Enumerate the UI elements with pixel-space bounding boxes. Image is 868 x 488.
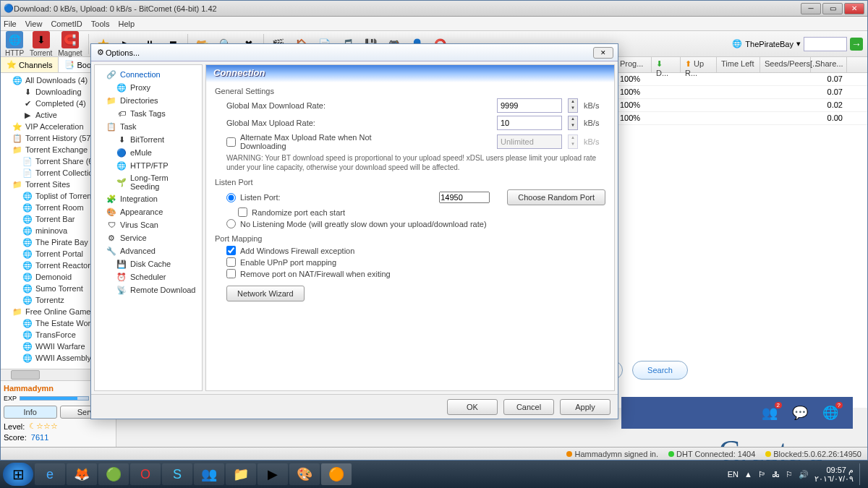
tree-icon: 🌐: [22, 237, 33, 247]
col-progress[interactable]: Prog...: [616, 57, 652, 72]
options-tree-item[interactable]: 📋Task: [98, 120, 199, 133]
search-input[interactable]: [804, 37, 847, 51]
task-people[interactable]: 👥: [194, 463, 224, 485]
options-tree-item[interactable]: 🔵eMule: [98, 146, 199, 159]
score-value: 7611: [31, 433, 48, 442]
listen-port-input[interactable]: [439, 192, 490, 203]
upload-rate-input[interactable]: [497, 116, 562, 130]
tray-action-icon[interactable]: ⚐: [786, 470, 793, 479]
minimize-button[interactable]: ─: [801, 3, 821, 14]
download-rate-spinner[interactable]: ▲▼: [568, 98, 578, 113]
upload-rate-spinner[interactable]: ▲▼: [568, 116, 578, 130]
task-firefox[interactable]: 🦊: [67, 463, 97, 485]
channels-icon: ⭐: [7, 60, 17, 69]
tree-icon: 📁: [12, 307, 22, 317]
network-wizard-button[interactable]: Network Wizard: [226, 286, 305, 301]
menu-cometid[interactable]: CometID: [51, 20, 82, 28]
remove-port-checkbox[interactable]: [226, 269, 236, 278]
no-listen-radio[interactable]: [226, 219, 236, 228]
options-tree-item[interactable]: 🌐HTTP/FTP: [98, 159, 199, 172]
fb-friends-icon[interactable]: 👥2: [762, 405, 778, 421]
tab-channels[interactable]: ⭐Channels: [1, 57, 59, 72]
menu-tools[interactable]: Tools: [91, 20, 110, 28]
fb-messages-icon[interactable]: 💬: [792, 405, 808, 421]
dialog-footer: OK Cancel Apply: [91, 394, 618, 419]
options-tree-item[interactable]: 🔗Connection: [98, 68, 199, 81]
options-tree-item[interactable]: 🛡Virus Scan: [98, 218, 199, 231]
ok-button[interactable]: OK: [447, 399, 498, 415]
options-tree-item[interactable]: 📁Directories: [98, 94, 199, 107]
col-seeds[interactable]: Seeds/Peers[...: [760, 57, 811, 72]
task-media[interactable]: ▶: [258, 463, 288, 485]
task-chrome[interactable]: 🟢: [98, 463, 129, 485]
dialog-title: Options...: [106, 48, 593, 57]
tree-icon: ⚙: [106, 233, 116, 243]
close-button[interactable]: ✕: [844, 3, 864, 14]
options-tree-item[interactable]: 🌱Long-Term Seeding: [98, 172, 199, 192]
tray-up-icon[interactable]: ▲: [744, 470, 752, 479]
col-down[interactable]: ⬇ D...: [652, 57, 681, 72]
download-rate-input[interactable]: [497, 98, 562, 113]
tree-icon: 🧩: [106, 194, 116, 204]
apply-button[interactable]: Apply: [560, 399, 610, 415]
options-tree-item[interactable]: 🎨Appearance: [98, 205, 199, 218]
magnet-icon[interactable]: 🧲: [61, 31, 79, 48]
fb-globe-icon[interactable]: 🌐?: [822, 405, 838, 421]
tray-date[interactable]: ٢٠١٦/٠٧/٠٩: [814, 474, 854, 483]
task-skype[interactable]: S: [162, 463, 192, 485]
options-tree-item[interactable]: 💾Disk Cache: [98, 257, 199, 270]
menu-help[interactable]: Help: [118, 20, 135, 28]
upnp-checkbox[interactable]: [226, 257, 236, 267]
task-ie[interactable]: e: [35, 463, 65, 485]
tray-lang[interactable]: EN: [728, 470, 739, 479]
task-explorer[interactable]: 📁: [226, 463, 256, 485]
tray-volume-icon[interactable]: 🔊: [799, 470, 809, 479]
randomize-checkbox[interactable]: [238, 207, 247, 217]
tree-icon: 📁: [12, 145, 22, 155]
http-icon[interactable]: 🌐: [6, 31, 23, 48]
options-tree-item[interactable]: 🌐Proxy: [98, 81, 199, 94]
dialog-close-button[interactable]: ✕: [593, 47, 613, 59]
listen-port-radio[interactable]: [226, 193, 236, 202]
alt-upload-checkbox[interactable]: [226, 137, 236, 147]
app-icon: 🔵: [4, 4, 14, 14]
options-tree-item[interactable]: ⚙Service: [98, 231, 199, 244]
listen-port-title: Listen Port: [215, 178, 605, 187]
search-engine[interactable]: ThePirateBay: [745, 40, 793, 48]
titlebar: 🔵 Download: 0 kB/s, Upload: 0 kB/s - Bit…: [1, 1, 867, 17]
show-desktop[interactable]: [859, 463, 865, 485]
torrent-icon[interactable]: ⬇: [33, 31, 50, 48]
start-button[interactable]: ⊞: [3, 463, 33, 486]
options-tree-item[interactable]: ⬇BitTorrent: [98, 133, 199, 146]
tree-icon: 📁: [12, 179, 22, 189]
tree-icon: ⏰: [116, 272, 127, 282]
tree-icon: 📡: [116, 285, 127, 295]
tray-time[interactable]: 09:57 م: [814, 466, 854, 474]
task-bitcomet[interactable]: 🟠: [321, 463, 352, 485]
col-up[interactable]: ⬆ Up R...: [681, 57, 717, 72]
menu-file[interactable]: File: [4, 20, 17, 28]
task-opera[interactable]: O: [130, 463, 161, 485]
web-search-button[interactable]: Search: [632, 361, 688, 380]
options-tree-item[interactable]: 📡Remote Download: [98, 283, 199, 296]
maximize-button[interactable]: ▭: [822, 3, 843, 14]
tree-icon: 🛡: [106, 220, 116, 230]
col-share[interactable]: Share...: [811, 57, 847, 72]
col-timeleft[interactable]: Time Left: [717, 57, 760, 72]
search-go-icon[interactable]: →: [850, 38, 863, 51]
cancel-button[interactable]: Cancel: [503, 399, 554, 415]
firewall-checkbox[interactable]: [226, 246, 236, 255]
tree-icon: 🌐: [22, 226, 33, 236]
dropdown-icon[interactable]: ▾: [796, 39, 801, 48]
options-tree-item[interactable]: ⏰Scheduler: [98, 270, 199, 283]
random-port-button[interactable]: Choose Random Port: [507, 189, 605, 205]
options-tree-item[interactable]: 🔧Advanced: [98, 244, 199, 257]
options-tree-item[interactable]: 🏷Task Tags: [98, 107, 199, 120]
tray-network-icon[interactable]: 🖧: [772, 470, 780, 479]
tree-icon: ⭐: [12, 121, 22, 132]
tray-flag-icon[interactable]: 🏳: [758, 470, 766, 479]
options-tree-item[interactable]: 🧩Integration: [98, 192, 199, 205]
info-button[interactable]: Info: [4, 406, 57, 419]
task-app[interactable]: 🎨: [289, 463, 320, 485]
menu-view[interactable]: View: [25, 20, 43, 28]
